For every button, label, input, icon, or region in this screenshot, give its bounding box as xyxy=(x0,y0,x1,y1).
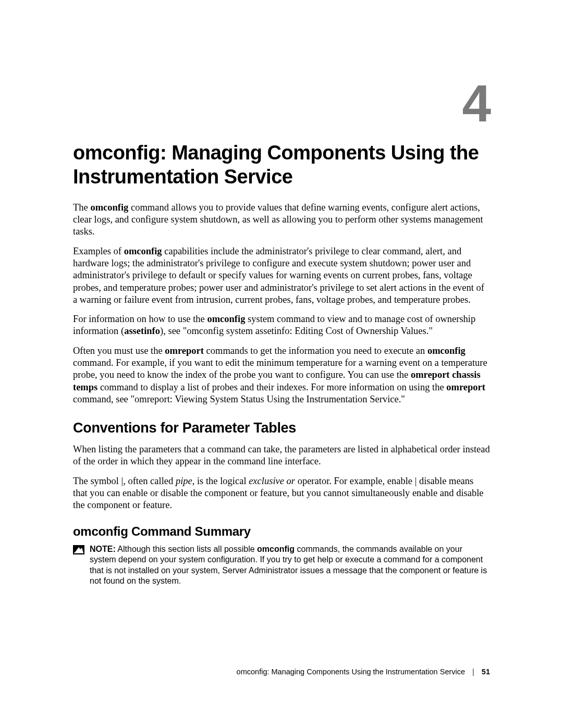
conventions-paragraph-1: When listing the parameters that a comma… xyxy=(73,443,490,468)
command-name: assetinfo xyxy=(124,326,160,336)
intro-paragraph-4: Often you must use the omreport commands… xyxy=(73,345,490,405)
command-name: omconfig xyxy=(257,545,295,553)
section-heading-summary: omconfig Command Summary xyxy=(73,524,490,539)
text: command allows you to provide values tha… xyxy=(73,202,483,237)
section-heading-conventions: Conventions for Parameter Tables xyxy=(73,420,490,436)
command-name: omconfig xyxy=(427,346,466,356)
intro-paragraph-2: Examples of omconfig capabilities includ… xyxy=(73,245,490,306)
command-name: omreport xyxy=(446,382,485,392)
term-exclusive-or: exclusive or xyxy=(249,476,295,486)
command-name: omconfig xyxy=(207,314,245,324)
footer-title: omconfig: Managing Components Using the … xyxy=(237,668,465,676)
intro-paragraph-3: For information on how to use the omconf… xyxy=(73,313,490,338)
conventions-paragraph-2: The symbol |, often called pipe, is the … xyxy=(73,475,490,512)
command-name: omreport xyxy=(165,346,204,356)
chapter-title: omconfig: Managing Components Using the … xyxy=(73,141,490,189)
text: Often you must use the xyxy=(73,346,165,356)
footer-separator: | xyxy=(472,668,474,676)
text: ), see "omconfig system assetinfo: Editi… xyxy=(160,326,433,336)
document-page: 4 omconfig: Managing Components Using th… xyxy=(0,0,563,728)
text: For information on how to use the xyxy=(73,314,207,324)
chapter-number: 4 xyxy=(462,77,490,129)
command-name: omconfig xyxy=(90,202,128,213)
text: command to display a list of probes and … xyxy=(97,382,446,392)
note-icon xyxy=(73,545,84,554)
footer-page-number: 51 xyxy=(482,668,490,676)
note-text: NOTE: Although this section lists all po… xyxy=(90,544,490,587)
text: Although this section lists all possible xyxy=(116,545,257,553)
text: commands to get the information you need… xyxy=(204,346,427,356)
text: , is the logical xyxy=(192,476,249,486)
text: The xyxy=(73,202,90,213)
text: command, see "omreport: Viewing System S… xyxy=(73,394,405,404)
command-name: omconfig xyxy=(124,246,162,256)
intro-paragraph-1: The omconfig command allows you to provi… xyxy=(73,202,490,238)
note-label: NOTE: xyxy=(90,545,116,553)
text: Examples of xyxy=(73,246,124,256)
note-block: NOTE: Although this section lists all po… xyxy=(73,544,490,587)
text: The symbol |, often called xyxy=(73,476,176,486)
page-footer: omconfig: Managing Components Using the … xyxy=(237,668,490,676)
term-pipe: pipe xyxy=(176,476,192,486)
